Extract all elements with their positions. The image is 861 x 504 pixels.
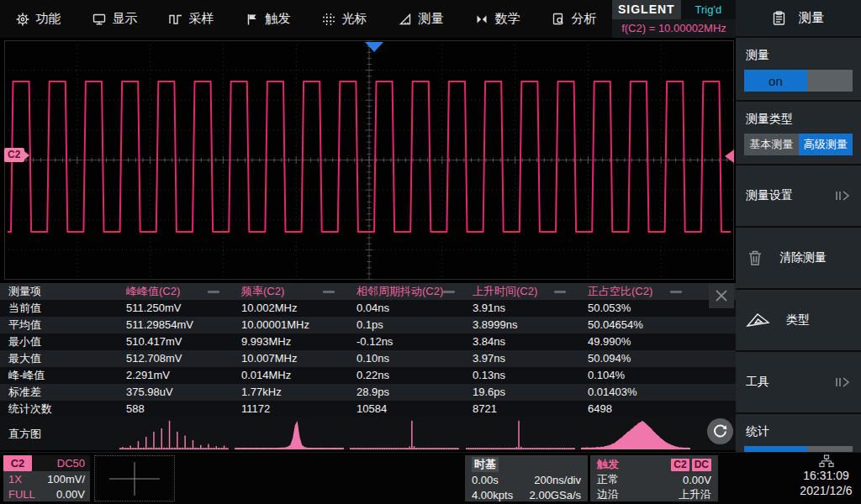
item-column-header: 测量项 xyxy=(0,283,118,300)
column-header: 频率(C2) xyxy=(241,283,284,300)
add-channel-slot[interactable] xyxy=(94,455,175,501)
trigger-position-marker[interactable] xyxy=(365,42,383,52)
menu-analysis[interactable]: 分析 xyxy=(536,0,612,38)
basic-measure-button[interactable]: 基本测量 xyxy=(744,134,799,155)
channel-offset: 0.00V xyxy=(56,488,85,501)
remove-column-button[interactable] xyxy=(554,291,566,293)
histogram-duty-cycle xyxy=(581,419,690,449)
channel-attenuation: 1X xyxy=(8,473,22,486)
frequency-counter: f(C2) = 10.00002MHz xyxy=(612,19,736,39)
channel-coupling: DC50 xyxy=(57,457,85,470)
acquire-icon xyxy=(169,13,182,26)
toggle-on-segment[interactable]: on xyxy=(744,70,807,92)
trigger-status: Trig'd xyxy=(681,0,736,19)
timebase-info-box[interactable]: 时基 0.00s200ns/div 4.00kpts2.00GSa/s xyxy=(465,455,588,501)
trigger-coupling-chip: DC xyxy=(692,459,711,471)
trigger-flag-icon xyxy=(246,13,259,26)
table-row: 峰-峰值 2.291mV 0.014MHz 0.22ns 0.13ns 0.10… xyxy=(0,367,736,384)
table-row: 最小值 510.417mV 9.993MHz -0.12ns 3.84ns 49… xyxy=(0,333,736,350)
graticule-and-trace xyxy=(4,40,734,280)
menu-measure[interactable]: 测量 xyxy=(383,0,459,38)
menu-display[interactable]: 显示 xyxy=(77,0,153,38)
cell: 3.84ns xyxy=(464,333,579,350)
trigger-info-box[interactable]: 触发 C2 DC 正常0.00V 边沿上升沿 xyxy=(590,455,718,501)
channel-bandwidth: FULL xyxy=(8,488,35,501)
timebase-label: 时基 xyxy=(472,457,499,472)
row-label: 平均值 xyxy=(0,317,118,333)
trigger-level-marker[interactable] xyxy=(725,150,734,163)
channel-scale: 100mV/ xyxy=(47,473,85,486)
brand-logo: SIGLENT xyxy=(612,0,681,19)
menu-label: 分析 xyxy=(572,11,597,27)
measure-settings-item[interactable]: 测量设置 xyxy=(736,165,861,226)
menu-math[interactable]: 数学 xyxy=(459,0,536,38)
display-icon xyxy=(92,13,106,26)
trigger-level: 0.00V xyxy=(683,474,711,486)
reset-statistics-button[interactable] xyxy=(707,418,733,444)
cell: 10.007MHz xyxy=(233,350,348,367)
remove-column-button[interactable] xyxy=(323,291,335,293)
menu-trigger[interactable]: 触发 xyxy=(230,0,306,38)
row-label: 当前值 xyxy=(0,300,118,317)
remove-column-button[interactable] xyxy=(443,291,455,293)
submenu-arrow-icon xyxy=(834,190,851,202)
cell: 0.014MHz xyxy=(233,367,348,384)
trigger-slope: 上升沿 xyxy=(679,487,711,502)
menu-label: 测量 xyxy=(419,11,444,27)
waveform-display[interactable]: C2 xyxy=(4,40,734,280)
cell: 2.291mV xyxy=(118,367,233,384)
tools-item[interactable]: 工具 xyxy=(736,352,861,412)
cell: 1.77kHz xyxy=(233,384,348,401)
column-header: 峰峰值(C2) xyxy=(126,283,180,300)
remove-column-button[interactable] xyxy=(670,291,682,293)
row-label: 标准差 xyxy=(0,384,118,401)
measure-enable-toggle[interactable]: on xyxy=(744,70,853,92)
menu-functions[interactable]: 功能 xyxy=(0,0,77,38)
row-label: 最小值 xyxy=(0,333,118,350)
timebase-points: 4.00kpts xyxy=(472,489,513,501)
table-row: 最大值 512.708mV 10.007MHz 0.10ns 3.97ns 50… xyxy=(0,350,736,367)
remove-column-button[interactable] xyxy=(208,291,219,293)
histogram-rise-time xyxy=(466,419,575,449)
column-header: 相邻周期抖动(C2) xyxy=(357,283,443,300)
sidebar-title: 测量 xyxy=(799,10,824,26)
cell: 28.9ps xyxy=(348,384,464,401)
cell: 3.91ns xyxy=(464,300,579,317)
clear-measure-button[interactable]: 清除测量 xyxy=(736,228,861,288)
channel-info-box[interactable]: C2 DC50 1X100mV/ FULL0.00V xyxy=(3,455,90,501)
set-square-icon xyxy=(746,311,771,329)
cell: 511.250mV xyxy=(118,300,233,317)
cell: 19.6ps xyxy=(464,384,579,401)
timebase-scale: 200ns/div xyxy=(534,474,581,486)
row-label: 统计次数 xyxy=(0,401,118,417)
channel-offset-marker[interactable]: C2 xyxy=(4,148,24,162)
clock-box: 16:31:09 2021/12/6 xyxy=(795,454,858,503)
advanced-measure-button[interactable]: 高级测量 xyxy=(799,134,853,155)
tools-label: 工具 xyxy=(746,375,769,390)
table-row: 当前值 511.250mV 10.002MHz 0.04ns 3.91ns 50… xyxy=(0,300,736,317)
toggle-off-segment[interactable] xyxy=(807,70,853,92)
row-label: 最大值 xyxy=(0,350,118,367)
trigger-mode: 正常 xyxy=(597,472,619,487)
cell: 0.01403% xyxy=(579,384,695,401)
trigger-label: 触发 xyxy=(597,457,619,472)
measure-type-item[interactable]: 类型 xyxy=(736,290,861,350)
table-row: 统计次数 588 11172 10584 8721 6498 xyxy=(0,401,736,417)
clock-time: 16:31:09 xyxy=(803,469,849,482)
cell: 10.002MHz xyxy=(233,300,348,317)
cell: 3.8999ns xyxy=(464,317,579,333)
cell: 511.29854mV xyxy=(118,317,233,333)
table-row: 平均值 511.29854mV 10.00001MHz 0.1ps 3.8999… xyxy=(0,317,736,333)
cell: 0.22ns xyxy=(348,367,464,384)
clock-date: 2021/12/6 xyxy=(800,484,852,497)
sidebar-title-bar: 测量 xyxy=(736,0,861,38)
menu-cursors[interactable]: 光标 xyxy=(306,0,383,38)
bottom-status-bar: C2 DC50 1X100mV/ FULL0.00V 时基 0.00s200ns… xyxy=(0,452,861,504)
column-header: 正占空比(C2) xyxy=(588,283,652,300)
network-icon xyxy=(819,454,834,468)
menu-acquire[interactable]: 采样 xyxy=(153,0,230,38)
cell: 0.10ns xyxy=(348,350,464,367)
close-table-button[interactable] xyxy=(709,283,734,308)
clipboard-icon xyxy=(773,11,785,25)
trash-icon xyxy=(746,249,764,267)
